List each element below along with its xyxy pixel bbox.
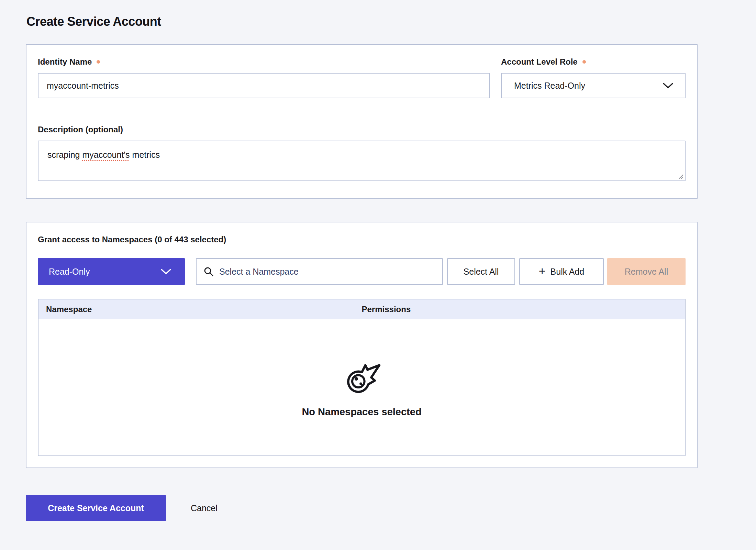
resize-handle[interactable] [677, 173, 684, 179]
description-text-before: scraping [47, 150, 82, 160]
required-dot-icon [97, 60, 100, 64]
required-dot-icon [582, 60, 586, 64]
cancel-button[interactable]: Cancel [191, 503, 218, 513]
description-text-misspelled: myaccount's [82, 150, 130, 160]
namespaces-table-header: Namespace Permissions [38, 299, 685, 319]
empty-state-message: No Namespaces selected [302, 406, 421, 418]
namespace-search-input[interactable] [219, 267, 435, 277]
namespaces-card: Grant access to Namespaces (0 of 443 sel… [26, 222, 698, 468]
namespace-search-box[interactable] [196, 258, 443, 285]
create-service-account-button[interactable]: Create Service Account [26, 495, 166, 521]
select-all-button[interactable]: Select All [447, 258, 515, 285]
remove-all-button[interactable]: Remove All [607, 258, 686, 285]
permission-dropdown[interactable]: Read-Only [38, 258, 185, 285]
description-label: Description (optional) [38, 125, 123, 134]
footer-actions: Create Service Account Cancel [26, 495, 756, 521]
account-level-role-select[interactable]: Metrics Read-Only [501, 73, 686, 98]
namespaces-table: Namespace Permissions No Namespaces sele… [38, 299, 686, 456]
description-text-after: metrics [130, 150, 160, 160]
identity-form-card: Identity Name Account Level Role Metrics… [26, 44, 698, 199]
column-header-permissions: Permissions [362, 305, 411, 314]
page-title: Create Service Account [26, 14, 756, 29]
account-level-role-label: Account Level Role [501, 57, 578, 67]
namespaces-table-body: No Namespaces selected [38, 319, 685, 455]
column-header-namespace: Namespace [46, 305, 92, 314]
account-level-role-value: Metrics Read-Only [514, 81, 585, 91]
remove-all-label: Remove All [625, 267, 668, 277]
select-all-label: Select All [464, 267, 499, 277]
permission-dropdown-value: Read-Only [49, 267, 90, 277]
bulk-add-button[interactable]: + Bulk Add [519, 258, 604, 285]
identity-name-input[interactable] [38, 73, 490, 98]
chevron-down-icon [663, 83, 673, 88]
namespaces-heading: Grant access to Namespaces (0 of 443 sel… [38, 235, 686, 244]
create-service-account-page: Create Service Account Identity Name Acc… [0, 0, 756, 521]
search-icon [203, 266, 214, 277]
plus-icon: + [539, 265, 546, 277]
identity-name-label: Identity Name [38, 57, 92, 67]
namespaces-toolbar: Read-Only Select All + Bulk Add [38, 258, 686, 285]
comet-icon [341, 358, 383, 397]
chevron-down-icon [161, 269, 171, 274]
bulk-add-label: Bulk Add [551, 267, 585, 277]
description-textarea[interactable]: scraping myaccount's metrics [38, 141, 686, 181]
